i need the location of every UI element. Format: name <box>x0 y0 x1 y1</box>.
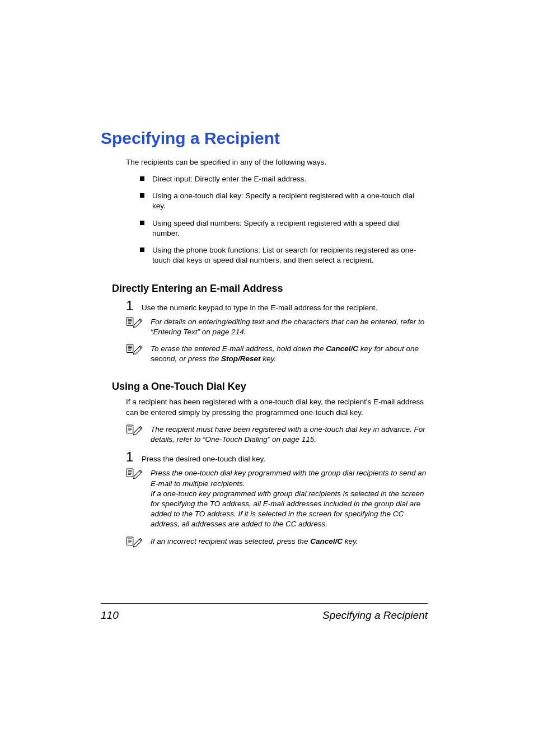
svg-rect-18 <box>127 469 133 477</box>
note-fragment: If an incorrect recipient was selected, … <box>151 537 310 545</box>
note-text: For details on entering/editing text and… <box>151 316 428 337</box>
bullet-text: Using speed dial numbers: Specify a reci… <box>152 218 422 239</box>
bullet-item: Using speed dial numbers: Specify a reci… <box>140 218 422 239</box>
note-fragment: key. <box>261 354 277 363</box>
svg-rect-24 <box>127 537 133 545</box>
bullet-item: Direct input: Directly enter the E-mail … <box>140 174 422 184</box>
step-number: 1 <box>126 299 136 312</box>
note-pen-icon <box>126 423 144 438</box>
bullet-text: Direct input: Directly enter the E-mail … <box>152 174 306 184</box>
bullet-item: Using the phone book functions: List or … <box>140 245 422 265</box>
page-footer: 110 Specifying a Recipient <box>101 603 428 622</box>
step-text: Press the desired one-touch dial key. <box>142 450 265 463</box>
document-page: Specifying a Recipient The recipients ca… <box>0 0 534 550</box>
step-text: Use the numeric keypad to type in the E-… <box>142 299 377 312</box>
step-number: 1 <box>126 450 136 464</box>
note-bold: Cancel/C <box>310 537 343 545</box>
note-fragment: To erase the entered E-mail address, hol… <box>151 344 326 353</box>
note-bold: Cancel/C <box>326 344 358 353</box>
section-heading-direct: Directly Entering an E-mail Address <box>112 283 428 295</box>
svg-rect-6 <box>127 344 133 352</box>
note-block: If an incorrect recipient was selected, … <box>126 535 428 550</box>
section-paragraph: If a recipient has been registered with … <box>126 397 428 417</box>
intro-text: The recipients can be specified in any o… <box>126 158 428 166</box>
bullet-item: Using a one-touch dial key: Specify a re… <box>140 191 422 211</box>
note-text: The recipient must have been registered … <box>151 423 428 445</box>
square-bullet-icon <box>140 193 144 198</box>
bullet-text: Using the phone book functions: List or … <box>152 245 422 265</box>
square-bullet-icon <box>140 176 144 181</box>
main-title: Specifying a Recipient <box>101 129 428 148</box>
page-number: 110 <box>101 609 119 622</box>
note-pen-icon <box>126 316 144 330</box>
svg-line-5 <box>139 320 141 321</box>
svg-line-11 <box>139 347 141 348</box>
svg-rect-0 <box>127 318 133 325</box>
note-block: For details on entering/editing text and… <box>126 316 428 337</box>
square-bullet-icon <box>140 248 144 252</box>
svg-line-29 <box>139 539 141 541</box>
step-1-onetouch: 1 Press the desired one-touch dial key. <box>126 450 428 464</box>
footer-title: Specifying a Recipient <box>322 609 428 622</box>
svg-line-23 <box>139 471 141 473</box>
note-pen-icon <box>126 467 144 482</box>
note-pen-icon <box>126 535 144 550</box>
note-pen-icon <box>126 343 144 357</box>
svg-rect-12 <box>127 425 133 433</box>
note-block: To erase the entered E-mail address, hol… <box>126 343 428 364</box>
note-block: The recipient must have been registered … <box>126 423 428 445</box>
bullet-list: Direct input: Directly enter the E-mail … <box>140 174 422 266</box>
step-1-direct: 1 Use the numeric keypad to type in the … <box>126 299 428 312</box>
note-fragment: key. <box>343 537 358 545</box>
note-text: Press the one-touch dial key programmed … <box>151 467 428 529</box>
note-block: Press the one-touch dial key programmed … <box>126 467 428 529</box>
note-bold: Stop/Reset <box>221 354 261 363</box>
square-bullet-icon <box>140 221 144 225</box>
note-text: To erase the entered E-mail address, hol… <box>151 343 428 364</box>
note-text: If an incorrect recipient was selected, … <box>151 535 358 547</box>
section-heading-onetouch: Using a One-Touch Dial Key <box>112 381 428 393</box>
svg-line-17 <box>139 427 141 429</box>
bullet-text: Using a one-touch dial key: Specify a re… <box>152 191 422 211</box>
